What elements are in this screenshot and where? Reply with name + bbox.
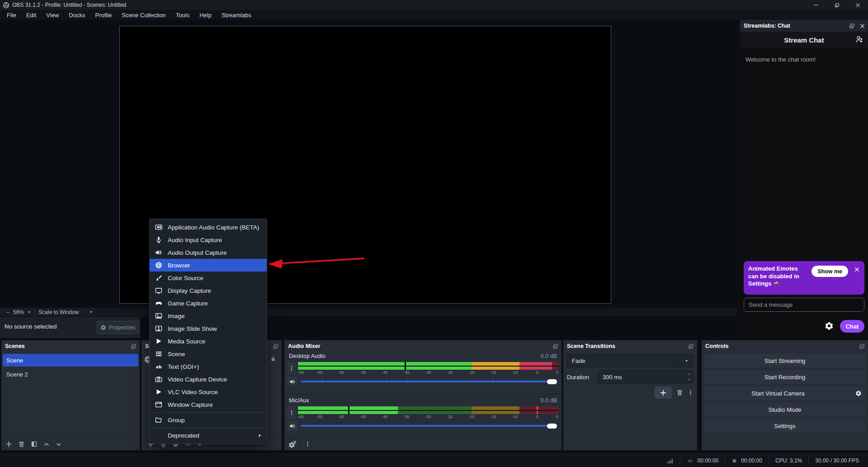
- start-virtual-camera-button[interactable]: Start Virtual Camera: [704, 386, 852, 400]
- volume-slider-handle[interactable]: [547, 424, 557, 429]
- menu-item-display-capture[interactable]: Display Capture: [150, 284, 267, 297]
- menu-item-window-capture[interactable]: Window Capture: [150, 398, 267, 411]
- menu-item-color-source[interactable]: Color Source: [150, 272, 267, 284]
- stream-timer: 00:00:00: [680, 456, 725, 465]
- window-icon: [155, 401, 162, 408]
- menu-edit[interactable]: Edit: [21, 10, 41, 20]
- menu-item-media-source[interactable]: Media Source: [150, 335, 267, 348]
- menu-item-vlc-video-source[interactable]: VLC Video Source: [150, 386, 267, 398]
- zoom-in-button[interactable]: +: [24, 309, 34, 315]
- scene-list-item[interactable]: Scene: [3, 354, 138, 367]
- duration-up-icon[interactable]: [687, 372, 692, 377]
- advanced-audio-icon[interactable]: [288, 440, 297, 448]
- remove-transition-button[interactable]: [676, 389, 683, 396]
- mixer-panel-title: Audio Mixer: [288, 343, 321, 349]
- menu-item-image-slide-show[interactable]: Image Slide Show: [150, 322, 267, 335]
- mixer-toolbar: [284, 438, 561, 450]
- add-transition-button[interactable]: [655, 386, 672, 399]
- volume-slider[interactable]: [301, 423, 557, 429]
- scale-mode-caret-icon[interactable]: [89, 310, 94, 315]
- start-recording-button[interactable]: Start Recording: [704, 370, 865, 384]
- scale-mode-select[interactable]: Scale to Window: [35, 309, 82, 315]
- menu-item-browser[interactable]: Browser: [150, 259, 267, 272]
- mute-button[interactable]: [287, 376, 297, 386]
- source-lock-icon[interactable]: [270, 356, 276, 363]
- restore-button[interactable]: [826, 0, 847, 10]
- chat-send-button[interactable]: Chat: [840, 320, 864, 333]
- globe-icon: [155, 262, 162, 269]
- transition-menu-icon[interactable]: [688, 390, 693, 396]
- scene-list-item[interactable]: Scene 2: [3, 368, 138, 381]
- settings-button[interactable]: Settings: [704, 419, 865, 433]
- menu-item-audio-input-capture[interactable]: Audio Input Capture: [150, 234, 267, 246]
- panel-popout-icon[interactable]: [273, 343, 278, 349]
- transition-select[interactable]: Fade: [567, 354, 693, 367]
- menu-item-application-audio-capture-beta-[interactable]: Application Audio Capture (BETA): [150, 221, 267, 234]
- scene-filters-button[interactable]: [31, 441, 38, 448]
- minimize-button[interactable]: [806, 0, 826, 10]
- menu-item-video-capture-device[interactable]: Video Capture Device: [150, 373, 267, 386]
- mixer-channel-db: 0.0 dB: [541, 353, 557, 359]
- duration-label: Duration: [567, 374, 589, 381]
- studio-mode-button[interactable]: Studio Mode: [704, 403, 865, 416]
- volume-slider-handle[interactable]: [547, 379, 557, 384]
- start-streaming-button[interactable]: Start Streaming: [704, 354, 865, 367]
- menu-item-group[interactable]: Group: [150, 414, 267, 426]
- obs-main-window: OBS 31.1.2 - Profile: Untitled - Scenes:…: [0, 0, 868, 467]
- menu-item-game-capture[interactable]: Game Capture: [150, 297, 267, 310]
- panel-popout-icon[interactable]: [131, 343, 137, 349]
- add-scene-button[interactable]: [5, 441, 12, 448]
- chat-dock-header: Streamlabs: Chat: [740, 20, 868, 32]
- menu-item-text-gdi-[interactable]: abText (GDI+): [150, 360, 267, 373]
- dock-close-icon[interactable]: [859, 23, 865, 29]
- duration-input[interactable]: 300 ms: [598, 370, 693, 384]
- menu-bar: FileEditViewDocksProfileScene Collection…: [0, 10, 868, 20]
- record-timer: 00:00:00: [725, 456, 769, 465]
- remove-scene-button[interactable]: [18, 441, 25, 448]
- menu-item-scene[interactable]: Scene: [150, 348, 267, 360]
- scene-up-button[interactable]: [43, 441, 50, 448]
- menu-view[interactable]: View: [41, 10, 64, 20]
- close-button[interactable]: [847, 0, 868, 10]
- menu-item-audio-output-capture[interactable]: Audio Output Capture: [150, 246, 267, 259]
- mute-button[interactable]: [287, 421, 297, 431]
- panel-popout-icon[interactable]: [552, 343, 558, 349]
- record-icon: [731, 458, 737, 464]
- no-source-label: No source selected: [5, 323, 57, 330]
- text-icon: ab: [155, 363, 162, 370]
- menu-item-deprecated[interactable]: Deprecated: [150, 429, 267, 442]
- menu-profile[interactable]: Profile: [90, 10, 117, 20]
- scenes-panel: Scenes SceneScene 2: [1, 340, 140, 450]
- volume-slider[interactable]: [301, 378, 557, 385]
- display-icon: [155, 287, 162, 294]
- dock-popout-icon[interactable]: [849, 23, 855, 29]
- menu-tools[interactable]: Tools: [171, 10, 194, 20]
- virtual-camera-settings-button[interactable]: [852, 386, 865, 400]
- menu-file[interactable]: File: [2, 10, 21, 20]
- channel-menu-button[interactable]: [287, 406, 296, 419]
- chat-settings-gear-icon[interactable]: [825, 321, 834, 332]
- duration-down-icon[interactable]: [687, 377, 692, 382]
- menu-scene-collection[interactable]: Scene Collection: [117, 10, 171, 20]
- chat-notification-text: Animated Emotescan be disabled inSetting…: [748, 265, 816, 288]
- banner-close-icon[interactable]: [854, 267, 860, 274]
- scene-down-button[interactable]: [56, 441, 62, 448]
- zoom-level: 56%: [13, 309, 24, 315]
- meter-scale: -60-55-50-45-40-35-30-25-20-15-10-50: [298, 415, 558, 419]
- menu-streamlabs[interactable]: Streamlabs: [217, 10, 256, 20]
- chat-message-input[interactable]: [744, 298, 864, 312]
- chat-users-icon[interactable]: [855, 35, 863, 45]
- meter-scale: -60-55-50-45-40-35-30-25-20-15-10-50: [298, 370, 558, 375]
- zoom-out-button[interactable]: −: [3, 309, 13, 315]
- channel-menu-button[interactable]: [287, 362, 296, 375]
- obs-logo-icon: [3, 2, 9, 9]
- menu-docks[interactable]: Docks: [64, 10, 90, 20]
- show-me-button[interactable]: Show me: [811, 266, 848, 277]
- menu-item-image[interactable]: Image: [150, 310, 267, 322]
- mixer-menu-icon[interactable]: [305, 441, 311, 447]
- panel-popout-icon[interactable]: [688, 343, 694, 349]
- panel-popout-icon[interactable]: [859, 343, 865, 349]
- slideshow-icon: [155, 325, 162, 332]
- menu-help[interactable]: Help: [194, 10, 217, 20]
- properties-button[interactable]: Properties: [97, 321, 139, 334]
